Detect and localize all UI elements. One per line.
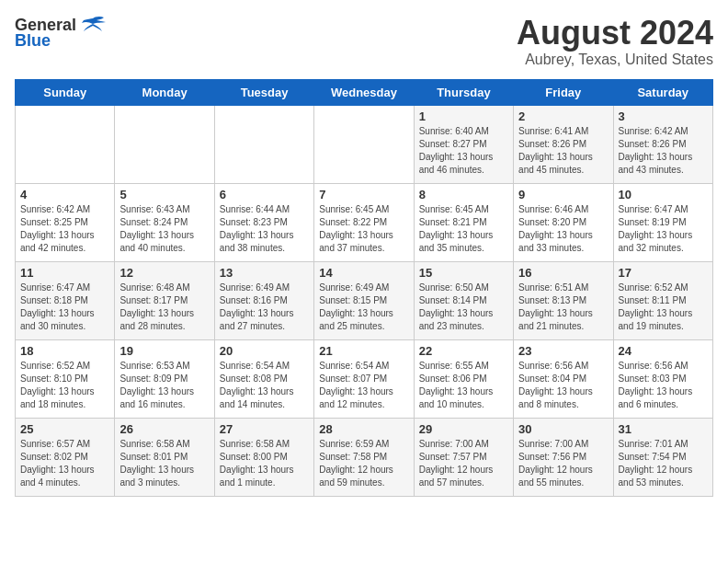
calendar-cell: 17Sunrise: 6:52 AMSunset: 8:11 PMDayligh… [613, 261, 712, 339]
cell-details: Sunrise: 6:41 AMSunset: 8:26 PMDaylight:… [518, 125, 608, 177]
cell-details: Sunrise: 6:48 AMSunset: 8:17 PMDaylight:… [119, 282, 209, 333]
calendar-cell: 9Sunrise: 6:46 AMSunset: 8:20 PMDaylight… [514, 183, 613, 261]
date-number: 30 [518, 422, 608, 436]
calendar-cell: 11Sunrise: 6:47 AMSunset: 8:18 PMDayligh… [16, 261, 115, 339]
cell-details: Sunrise: 6:42 AMSunset: 8:25 PMDaylight:… [20, 203, 109, 255]
date-number: 6 [220, 188, 309, 201]
date-number: 14 [319, 266, 408, 280]
header-day-saturday: Saturday [613, 79, 712, 105]
cell-details: Sunrise: 6:49 AMSunset: 8:15 PMDaylight:… [319, 282, 408, 333]
calendar-cell: 10Sunrise: 6:47 AMSunset: 8:19 PMDayligh… [613, 183, 712, 261]
calendar-cell: 8Sunrise: 6:45 AMSunset: 8:21 PMDaylight… [414, 183, 513, 261]
calendar-week-1: 1Sunrise: 6:40 AMSunset: 8:27 PMDaylight… [16, 105, 713, 183]
calendar-cell: 2Sunrise: 6:41 AMSunset: 8:26 PMDaylight… [514, 105, 613, 183]
date-number: 16 [518, 266, 608, 280]
calendar-cell [314, 105, 414, 183]
cell-details: Sunrise: 7:00 AMSunset: 7:57 PMDaylight:… [419, 438, 508, 489]
cell-details: Sunrise: 6:59 AMSunset: 7:58 PMDaylight:… [319, 438, 408, 489]
calendar-cell: 5Sunrise: 6:43 AMSunset: 8:24 PMDaylight… [115, 183, 214, 261]
logo-blue-text: Blue [15, 31, 51, 51]
cell-details: Sunrise: 6:58 AMSunset: 8:01 PMDaylight:… [119, 438, 209, 489]
cell-details: Sunrise: 7:00 AMSunset: 7:56 PMDaylight:… [518, 438, 608, 489]
calendar-cell: 6Sunrise: 6:44 AMSunset: 8:23 PMDaylight… [214, 183, 313, 261]
date-number: 18 [20, 344, 109, 358]
calendar-cell: 28Sunrise: 6:59 AMSunset: 7:58 PMDayligh… [314, 418, 414, 496]
header-day-sunday: Sunday [16, 79, 115, 105]
date-number: 12 [119, 266, 209, 280]
calendar-cell: 18Sunrise: 6:52 AMSunset: 8:10 PMDayligh… [16, 339, 115, 418]
date-number: 13 [220, 266, 309, 280]
calendar-cell: 30Sunrise: 7:00 AMSunset: 7:56 PMDayligh… [514, 418, 613, 496]
date-number: 15 [419, 266, 508, 280]
calendar-cell: 3Sunrise: 6:42 AMSunset: 8:26 PMDaylight… [613, 105, 712, 183]
date-number: 9 [518, 188, 608, 201]
cell-details: Sunrise: 6:45 AMSunset: 8:21 PMDaylight:… [419, 203, 508, 255]
calendar-cell: 29Sunrise: 7:00 AMSunset: 7:57 PMDayligh… [414, 418, 513, 496]
calendar-week-4: 18Sunrise: 6:52 AMSunset: 8:10 PMDayligh… [16, 339, 713, 418]
calendar-cell: 4Sunrise: 6:42 AMSunset: 8:25 PMDaylight… [16, 183, 115, 261]
calendar-cell [214, 105, 313, 183]
page-title: August 2024 [517, 15, 713, 52]
date-number: 21 [319, 344, 408, 358]
calendar-cell: 12Sunrise: 6:48 AMSunset: 8:17 PMDayligh… [115, 261, 214, 339]
calendar-cell: 25Sunrise: 6:57 AMSunset: 8:02 PMDayligh… [16, 418, 115, 496]
logo-bird-icon [80, 15, 106, 35]
date-number: 31 [619, 422, 708, 436]
cell-details: Sunrise: 6:58 AMSunset: 8:00 PMDaylight:… [220, 438, 309, 489]
date-number: 26 [119, 422, 209, 436]
calendar-cell: 7Sunrise: 6:45 AMSunset: 8:22 PMDaylight… [314, 183, 414, 261]
cell-details: Sunrise: 6:51 AMSunset: 8:13 PMDaylight:… [518, 282, 608, 333]
calendar-cell: 22Sunrise: 6:55 AMSunset: 8:06 PMDayligh… [414, 339, 513, 418]
cell-details: Sunrise: 6:44 AMSunset: 8:23 PMDaylight:… [220, 203, 309, 255]
date-number: 8 [419, 188, 508, 201]
date-number: 29 [419, 422, 508, 436]
date-number: 17 [619, 266, 708, 280]
calendar-cell: 23Sunrise: 6:56 AMSunset: 8:04 PMDayligh… [514, 339, 613, 418]
cell-details: Sunrise: 6:43 AMSunset: 8:24 PMDaylight:… [119, 203, 209, 255]
header-row: SundayMondayTuesdayWednesdayThursdayFrid… [16, 79, 713, 105]
calendar-cell: 15Sunrise: 6:50 AMSunset: 8:14 PMDayligh… [414, 261, 513, 339]
calendar-cell: 24Sunrise: 6:56 AMSunset: 8:03 PMDayligh… [613, 339, 712, 418]
date-number: 4 [20, 188, 109, 201]
cell-details: Sunrise: 6:46 AMSunset: 8:20 PMDaylight:… [518, 203, 608, 255]
calendar-cell: 16Sunrise: 6:51 AMSunset: 8:13 PMDayligh… [514, 261, 613, 339]
date-number: 24 [619, 344, 708, 358]
calendar-week-3: 11Sunrise: 6:47 AMSunset: 8:18 PMDayligh… [16, 261, 713, 339]
cell-details: Sunrise: 6:53 AMSunset: 8:09 PMDaylight:… [119, 360, 209, 411]
calendar-cell: 31Sunrise: 7:01 AMSunset: 7:54 PMDayligh… [613, 418, 712, 496]
date-number: 22 [419, 344, 508, 358]
header-day-wednesday: Wednesday [314, 79, 414, 105]
calendar-cell [115, 105, 214, 183]
header-day-tuesday: Tuesday [214, 79, 313, 105]
date-number: 23 [518, 344, 608, 358]
date-number: 20 [220, 344, 309, 358]
date-number: 5 [119, 188, 209, 201]
cell-details: Sunrise: 6:49 AMSunset: 8:16 PMDaylight:… [220, 282, 309, 333]
cell-details: Sunrise: 7:01 AMSunset: 7:54 PMDaylight:… [619, 438, 708, 489]
calendar-week-5: 25Sunrise: 6:57 AMSunset: 8:02 PMDayligh… [16, 418, 713, 496]
calendar-cell: 1Sunrise: 6:40 AMSunset: 8:27 PMDaylight… [414, 105, 513, 183]
calendar-cell: 20Sunrise: 6:54 AMSunset: 8:08 PMDayligh… [214, 339, 313, 418]
calendar-cell: 26Sunrise: 6:58 AMSunset: 8:01 PMDayligh… [115, 418, 214, 496]
page-header: General Blue August 2024 Aubrey, Texas, … [15, 15, 713, 68]
date-number: 3 [619, 109, 708, 123]
date-number: 11 [20, 266, 109, 280]
date-number: 28 [319, 422, 408, 436]
date-number: 7 [319, 188, 408, 201]
calendar-week-2: 4Sunrise: 6:42 AMSunset: 8:25 PMDaylight… [16, 183, 713, 261]
calendar-table: SundayMondayTuesdayWednesdayThursdayFrid… [15, 79, 713, 497]
cell-details: Sunrise: 6:52 AMSunset: 8:10 PMDaylight:… [20, 360, 109, 411]
calendar-header: SundayMondayTuesdayWednesdayThursdayFrid… [16, 79, 713, 105]
cell-details: Sunrise: 6:40 AMSunset: 8:27 PMDaylight:… [419, 125, 508, 177]
cell-details: Sunrise: 6:57 AMSunset: 8:02 PMDaylight:… [20, 438, 109, 489]
calendar-cell: 13Sunrise: 6:49 AMSunset: 8:16 PMDayligh… [214, 261, 313, 339]
page-subtitle: Aubrey, Texas, United States [517, 52, 713, 68]
logo: General Blue [15, 15, 106, 51]
cell-details: Sunrise: 6:54 AMSunset: 8:08 PMDaylight:… [220, 360, 309, 411]
title-area: August 2024 Aubrey, Texas, United States [517, 15, 713, 68]
date-number: 27 [220, 422, 309, 436]
cell-details: Sunrise: 6:45 AMSunset: 8:22 PMDaylight:… [319, 203, 408, 255]
cell-details: Sunrise: 6:52 AMSunset: 8:11 PMDaylight:… [619, 282, 708, 333]
date-number: 1 [419, 109, 508, 123]
calendar-body: 1Sunrise: 6:40 AMSunset: 8:27 PMDaylight… [16, 105, 713, 496]
